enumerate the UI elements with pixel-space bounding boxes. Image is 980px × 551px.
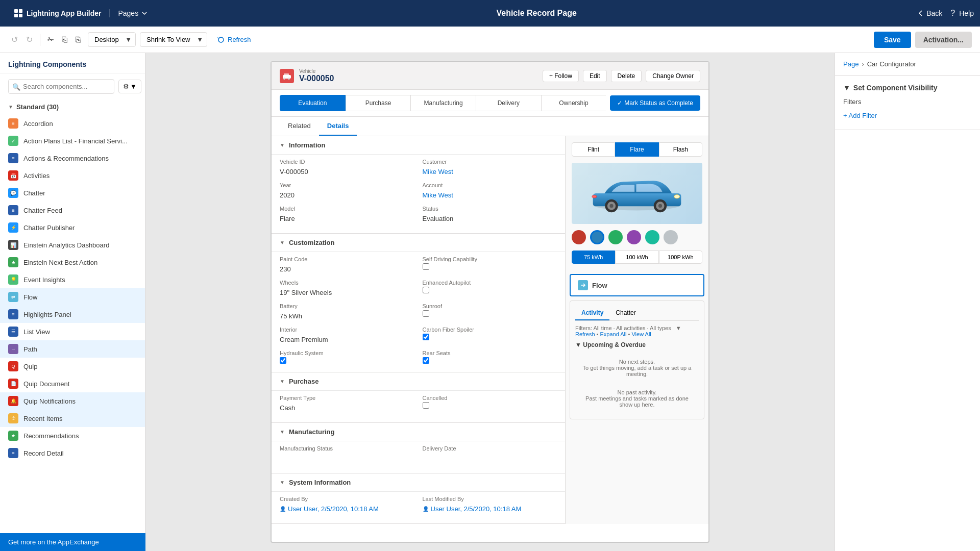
model-tab-flare[interactable]: Flare [615,142,658,157]
field-delivery-date: Delivery Date [423,445,557,465]
cancelled-checkbox[interactable] [423,402,429,409]
paste-button[interactable]: ⎘ [72,32,84,47]
carbon-spoiler-checkbox[interactable] [423,334,429,340]
component-item-recommendations[interactable]: ★ Recommendations [0,427,145,444]
color-blue[interactable] [590,230,604,244]
hydraulic-checkbox[interactable] [280,357,286,364]
activity-tab-chatter[interactable]: Chatter [609,306,642,320]
search-wrapper: 🔍 [8,79,114,94]
refresh-link[interactable]: Refresh [575,331,595,337]
redo-button[interactable]: ↻ [23,32,36,47]
stage-purchase[interactable]: Purchase [346,95,411,111]
tab-details[interactable]: Details [319,117,357,136]
component-item-activities[interactable]: 📅 Activities [0,167,145,184]
section-header-standard[interactable]: ▼ Standard (30) [0,99,145,115]
component-item-action-plans[interactable]: ✓ Action Plans List - Financial Servi... [0,132,145,149]
svg-point-3 [288,78,290,80]
self-driving-checkbox[interactable] [423,263,429,270]
tab-related[interactable]: Related [280,117,319,136]
device-select[interactable]: Desktop [88,32,136,47]
component-item-accordion[interactable]: ≡ Accordion [0,115,145,132]
battery-75[interactable]: 75 kWh [572,251,615,264]
color-silver[interactable] [664,230,678,244]
rear-seats-checkbox[interactable] [423,357,429,364]
event-insights-icon: 💡 [8,274,18,285]
component-item-actions-recommendations[interactable]: ≡ Actions & Recommendations [0,149,145,167]
undo-button[interactable]: ↺ [8,32,21,47]
component-item-recent-items[interactable]: ⏱ Recent Items [0,410,145,427]
stage-evaluation[interactable]: Evaluation [280,95,346,111]
component-item-flow[interactable]: ⇌ Flow [0,288,145,306]
change-owner-button[interactable]: Change Owner [646,70,700,82]
refresh-button[interactable]: Refresh [211,33,257,46]
field-status: Status Evaluation [423,206,557,225]
expand-all-link[interactable]: Expand All [600,331,627,337]
component-item-einstein-nba[interactable]: ★ Einstein Next Best Action [0,254,145,271]
component-item-quip[interactable]: Q Quip [0,358,145,375]
color-red[interactable] [572,230,586,244]
enhanced-autopilot-checkbox[interactable] [423,287,429,293]
component-item-highlights-panel[interactable]: ≡ Highlights Panel [0,306,145,323]
svg-rect-1 [284,73,289,76]
breadcrumb: Page › Car Configurator [835,53,980,76]
form-row-model: Model Flare ✏ Status Evaluation [280,206,557,225]
view-select[interactable]: Shrink To View [140,32,207,47]
filter-dropdown-icon[interactable]: ▼ [676,325,681,331]
color-purple[interactable] [627,230,641,244]
form-row-created-by: Created By 👤 User User, 2/5/2020, 10:18 … [280,496,557,515]
model-tab-flash[interactable]: Flash [659,142,702,157]
follow-button[interactable]: + Follow [543,70,579,82]
component-item-list-view[interactable]: ☰ List View [0,323,145,340]
component-item-einstein-analytics[interactable]: 📊 Einstein Analytics Dashboard [0,236,145,254]
visibility-section-header[interactable]: ▼ Set Component Visibility [843,84,972,92]
system-info-section: ▼ System Information Created By 👤 User U… [272,473,565,524]
activity-tab-activity[interactable]: Activity [575,306,609,320]
sunroof-checkbox[interactable] [423,310,429,317]
mark-status-button[interactable]: ✓ Mark Status as Complete [610,95,700,111]
battery-100p[interactable]: 100P kWh [659,251,702,264]
cut-button[interactable]: ✁ [44,32,57,47]
information-section-header[interactable]: ▼ Information [272,136,565,155]
copy-button[interactable]: ⎗ [59,32,70,47]
component-item-quip-document[interactable]: 📄 Quip Document [0,375,145,392]
color-options [572,230,702,244]
details-panel: ▼ Information Vehicle ID V-000050 ✏ [272,136,566,524]
page-title: Vehicle Record Page [156,9,917,18]
component-item-chatter[interactable]: 💬 Chatter [0,184,145,202]
component-item-quip-notifications[interactable]: 🔔 Quip Notifications [0,392,145,410]
pages-dropdown[interactable]: Pages [110,9,156,17]
recent-items-icon: ⏱ [8,413,18,423]
component-item-path[interactable]: → Path [0,340,145,358]
color-green[interactable] [608,230,623,244]
color-teal[interactable] [645,230,659,244]
component-item-event-insights[interactable]: 💡 Event Insights [0,271,145,288]
add-filter-button[interactable]: + Add Filter [843,110,877,121]
delete-button[interactable]: Delete [611,70,642,82]
edit-button[interactable]: Edit [583,70,607,82]
back-button[interactable]: Back [917,9,942,17]
help-button[interactable]: ? Help [950,9,974,18]
activation-button[interactable]: Activation... [915,32,972,48]
system-info-section-header[interactable]: ▼ System Information [272,473,565,492]
component-item-chatter-feed[interactable]: ≡ Chatter Feed [0,202,145,219]
purchase-section-header[interactable]: ▼ Purchase [272,372,565,391]
stage-manufacturing[interactable]: Manufacturing [410,95,476,111]
component-item-chatter-publisher[interactable]: ⚡ Chatter Publisher [0,219,145,236]
customization-section-header[interactable]: ▼ Customization [272,234,565,252]
app-logo-area[interactable]: Lightning App Builder [6,9,110,17]
stage-ownership[interactable]: Ownership [541,95,606,111]
component-item-record-detail[interactable]: ≡ Record Detail [0,444,145,462]
sysinfo-chevron-icon: ▼ [280,480,285,485]
no-next-steps: No next steps. To get things moving, add… [575,353,699,383]
appexchange-bar[interactable]: Get more on the AppExchange [0,533,145,551]
search-input[interactable] [8,79,114,94]
manufacturing-section-header[interactable]: ▼ Manufacturing [272,423,565,441]
model-tab-flint[interactable]: Flint [572,142,615,157]
view-all-link[interactable]: View All [631,331,651,337]
settings-button[interactable]: ⚙ ▼ [118,80,141,93]
breadcrumb-page-link[interactable]: Page [843,60,859,68]
battery-100[interactable]: 100 kWh [615,251,658,264]
back-icon [917,10,924,17]
stage-delivery[interactable]: Delivery [476,95,541,111]
save-button[interactable]: Save [874,32,911,48]
